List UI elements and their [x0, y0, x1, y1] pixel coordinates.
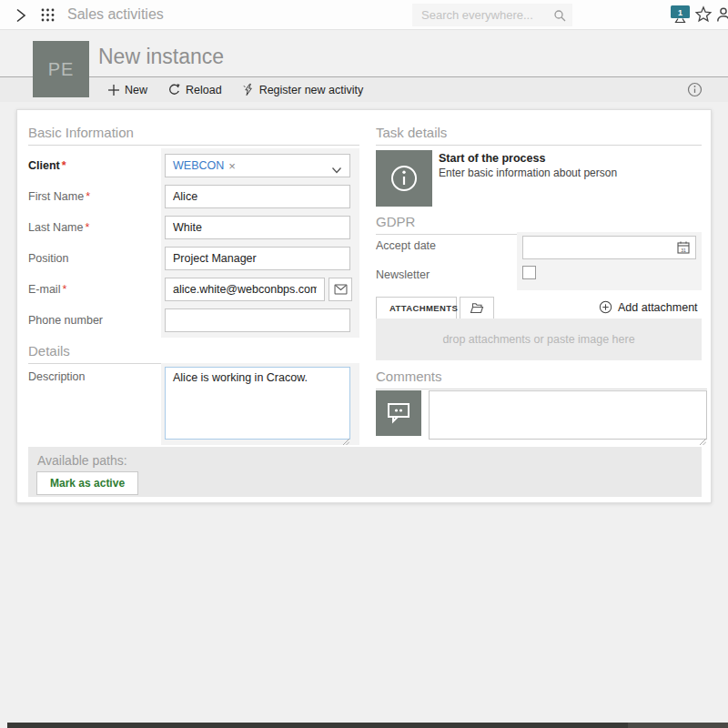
- position-field[interactable]: [165, 247, 350, 270]
- email-field[interactable]: [165, 278, 325, 301]
- search-input[interactable]: [412, 4, 572, 26]
- app-grid-icon[interactable]: [40, 7, 56, 26]
- mark-as-active-button[interactable]: Mark as active: [36, 471, 138, 495]
- tab-attachments-label: ATTACHMENTS: [389, 303, 458, 313]
- register-activity-label: Register new activity: [259, 84, 364, 96]
- position-label: Position: [28, 252, 68, 265]
- info-icon[interactable]: [687, 82, 703, 101]
- form-card: Basic Information Client* WEBCON × First…: [16, 109, 712, 503]
- calendar-icon[interactable]: 31: [676, 240, 691, 258]
- app-title: Sales activities: [67, 6, 164, 23]
- available-paths-bar: Available paths: Mark as active: [28, 447, 702, 497]
- remove-client-tag-icon[interactable]: ×: [228, 159, 236, 173]
- favorites-star-icon[interactable]: [694, 5, 713, 27]
- section-details: Details: [28, 343, 359, 364]
- new-button[interactable]: New: [107, 84, 147, 96]
- step-info-icon: [388, 162, 420, 195]
- section-comments: Comments: [376, 369, 707, 389]
- comment-field[interactable]: [429, 390, 707, 440]
- required-asterisk: *: [86, 190, 90, 203]
- required-asterisk: *: [62, 283, 66, 296]
- comment-bubble-icon: [386, 401, 411, 425]
- accept-date-label: Accept date: [376, 239, 436, 252]
- first-name-label: First Name*: [28, 190, 90, 203]
- lightning-icon: [242, 83, 255, 96]
- description-label: Description: [28, 370, 86, 383]
- notifications-monitor-icon[interactable]: 1: [669, 5, 693, 28]
- add-attachment-label: Add attachment: [618, 301, 698, 314]
- task-step-tile: [376, 150, 432, 207]
- toolbar: New Reload Register new activity: [0, 76, 728, 102]
- search-box: [412, 4, 572, 26]
- email-label: E-mail*: [28, 283, 66, 296]
- task-step-subtitle: Enter basic information about person: [439, 167, 617, 179]
- avatar: PE: [33, 41, 89, 97]
- section-basic-information: Basic Information: [28, 125, 359, 146]
- bottom-taskbar-strip-right: [628, 723, 728, 728]
- attachment-dropzone[interactable]: drop attachments or paste image here: [376, 318, 702, 360]
- bottom-taskbar-strip: [7, 723, 628, 728]
- reload-button[interactable]: Reload: [167, 83, 222, 96]
- send-email-button[interactable]: [329, 278, 352, 301]
- description-field[interactable]: Alice is working in Cracow.: [165, 367, 350, 440]
- search-icon[interactable]: [553, 9, 566, 25]
- page-title: New instance: [98, 45, 224, 69]
- newsletter-checkbox[interactable]: [522, 266, 536, 279]
- accept-date-field[interactable]: [522, 236, 696, 259]
- svg-text:31: 31: [681, 248, 686, 253]
- phone-field[interactable]: [165, 308, 350, 332]
- app-window: Sales activities 1 PE New instance New: [0, 0, 728, 728]
- task-step-title: Start of the process: [439, 152, 545, 165]
- available-paths-label: Available paths:: [37, 453, 127, 468]
- tab-attachment-archive[interactable]: [460, 297, 494, 318]
- client-dropdown[interactable]: WEBCON ×: [165, 154, 350, 177]
- first-name-field[interactable]: [165, 185, 350, 208]
- top-bar: Sales activities 1: [0, 0, 728, 30]
- comments-tile: [376, 390, 421, 436]
- open-folder-icon: [470, 302, 484, 314]
- notification-badge: 1: [678, 8, 682, 17]
- plus-icon: [107, 84, 120, 96]
- envelope-icon: [334, 284, 348, 295]
- register-activity-button[interactable]: Register new activity: [242, 83, 364, 96]
- newsletter-label: Newsletter: [376, 268, 430, 281]
- last-name-label: Last Name*: [28, 221, 89, 234]
- plus-circle-icon: [599, 300, 612, 314]
- client-tag: WEBCON: [173, 159, 224, 172]
- last-name-field[interactable]: [165, 216, 350, 239]
- chevron-down-icon[interactable]: [331, 162, 342, 178]
- section-task-details: Task details: [376, 125, 702, 146]
- phone-label: Phone number: [28, 314, 103, 327]
- client-label: Client*: [28, 159, 66, 172]
- add-attachment-button[interactable]: Add attachment: [599, 300, 698, 314]
- required-asterisk: *: [85, 221, 89, 234]
- reload-icon: [167, 83, 181, 96]
- reload-button-label: Reload: [186, 84, 222, 96]
- expand-menu-icon[interactable]: [12, 6, 30, 28]
- required-asterisk: *: [62, 159, 66, 172]
- user-profile-icon[interactable]: [714, 5, 728, 27]
- new-button-label: New: [125, 84, 147, 96]
- tab-attachments[interactable]: ATTACHMENTS: [376, 297, 457, 318]
